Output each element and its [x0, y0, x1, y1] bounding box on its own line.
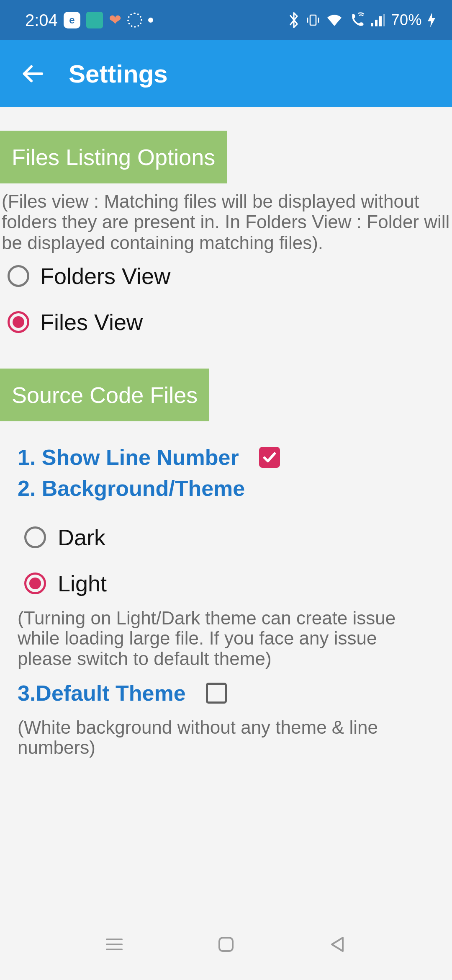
wifi-icon — [326, 13, 343, 28]
radio-label: Dark — [58, 524, 105, 550]
hamburger-icon — [104, 936, 124, 953]
signal-icon — [370, 13, 386, 27]
back-button[interactable] — [20, 61, 45, 86]
charging-icon — [427, 12, 436, 28]
nav-recent-button[interactable] — [103, 933, 126, 956]
option-show-line-number[interactable]: 1. Show Line Number — [18, 445, 434, 470]
content-area: Files Listing Options (Files view : Matc… — [0, 107, 452, 758]
notif-ring-icon — [127, 13, 142, 28]
svg-marker-13 — [332, 938, 343, 951]
app-bar: Settings — [0, 40, 452, 107]
svg-rect-6 — [383, 14, 385, 26]
arrow-left-icon — [20, 61, 45, 87]
square-icon — [217, 935, 235, 954]
svg-rect-3 — [371, 23, 373, 26]
radio-icon — [24, 526, 46, 548]
radio-files-view[interactable]: Files View — [0, 299, 452, 345]
option-background-theme-title: 2. Background/Theme — [18, 476, 434, 501]
svg-rect-4 — [375, 20, 378, 26]
svg-rect-0 — [310, 15, 316, 25]
svg-rect-12 — [219, 938, 233, 951]
checkbox-checked-icon — [259, 447, 280, 468]
status-right: 70% — [287, 11, 436, 29]
vibrate-icon — [306, 13, 321, 28]
section-header-files-listing: Files Listing Options — [0, 131, 227, 183]
radio-label: Light — [58, 570, 107, 596]
checkbox-unchecked-icon — [206, 683, 227, 704]
system-nav-bar — [0, 917, 452, 980]
svg-rect-5 — [379, 16, 382, 26]
radio-folders-view[interactable]: Folders View — [0, 253, 452, 299]
status-left: 2:04 e ❤ — [25, 11, 153, 30]
nav-home-button[interactable] — [214, 933, 238, 956]
option-title: 3.Default Theme — [18, 681, 186, 706]
option-default-theme[interactable]: 3.Default Theme — [18, 681, 434, 706]
radio-label: Files View — [40, 309, 143, 335]
radio-light-theme[interactable]: Light — [24, 560, 434, 606]
option-title: 1. Show Line Number — [18, 445, 239, 470]
radio-icon-selected — [24, 573, 46, 594]
section-header-source-code: Source Code Files — [0, 369, 209, 421]
radio-label: Folders View — [40, 263, 170, 289]
notif-app-icon-1: e — [64, 12, 80, 28]
nav-back-button[interactable] — [326, 933, 349, 956]
default-theme-note: (White background without any theme & li… — [18, 717, 434, 758]
notif-app-icon-2 — [86, 12, 103, 28]
page-title: Settings — [69, 59, 168, 88]
wifi-calling-icon — [348, 12, 365, 28]
svg-marker-7 — [428, 13, 435, 27]
status-bar: 2:04 e ❤ 70% — [0, 0, 452, 40]
files-listing-description: (Files view : Matching files will be dis… — [0, 183, 452, 253]
notif-more-dot — [148, 18, 153, 23]
radio-icon — [8, 265, 29, 287]
battery-percent: 70% — [391, 11, 422, 29]
notif-heart-icon: ❤ — [109, 11, 121, 29]
triangle-left-icon — [329, 935, 347, 954]
theme-warning-note: (Turning on Light/Dark theme can create … — [18, 608, 434, 669]
radio-icon-selected — [8, 311, 29, 333]
bluetooth-icon — [287, 12, 300, 28]
status-time: 2:04 — [25, 11, 58, 30]
radio-dark-theme[interactable]: Dark — [24, 514, 434, 560]
